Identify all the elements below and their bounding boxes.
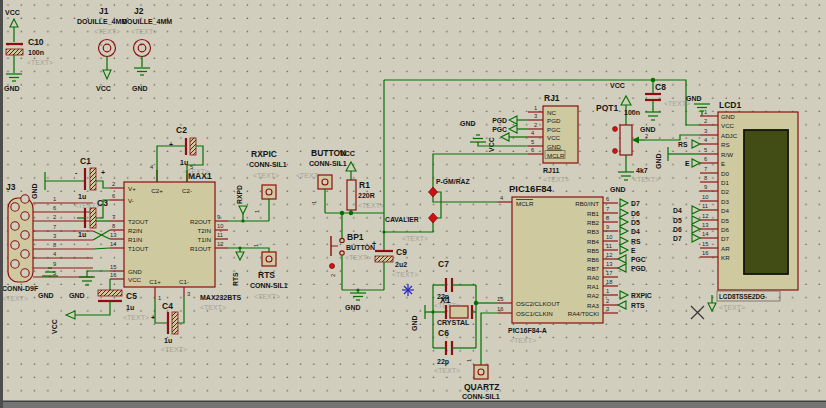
pin-name: ADJC <box>721 132 738 139</box>
pin-number: 7 <box>112 214 115 220</box>
pin-name: D0 <box>721 170 729 177</box>
pin-name: R/W <box>721 151 733 158</box>
pin-number: 2 <box>112 181 115 187</box>
j3-pin-number: 9 <box>53 261 56 267</box>
pic-part: PIC16F84-A <box>508 327 547 334</box>
c4-text-placeholder: <TEXT> <box>161 346 187 353</box>
schematic-svg: VCC C10 100n <TEXT> GND J1 DOUILLE_4MM <… <box>0 0 826 408</box>
net-label: PGD <box>631 265 646 272</box>
bp1-state-marker[interactable] <box>330 264 335 269</box>
pin-name: R2IN <box>128 227 142 234</box>
pin-number: 5 <box>704 147 707 153</box>
pin-name-mclr: MCLR <box>516 200 534 207</box>
pot1-ref: POT1 <box>596 103 618 113</box>
pin-name: C1+ <box>149 278 161 285</box>
j3-pin-number: 1 <box>53 196 56 202</box>
pin-name: C1- <box>179 278 189 285</box>
pot1-decrease-marker[interactable] <box>613 149 618 154</box>
button-pin-number: 1 <box>311 201 317 204</box>
pin-name: VCC <box>128 276 142 283</box>
lcd-d5-label: D5 <box>673 217 682 224</box>
net-label: RTS <box>631 302 645 309</box>
c5-vcc-vertical-label: VCC <box>51 319 58 334</box>
rj1-pgd-label: PGD <box>492 117 507 124</box>
pin-name: RA4/T0CKI <box>568 310 600 317</box>
pin-number: 10 <box>702 194 708 200</box>
j1-text-placeholder: <TEXT> <box>94 28 120 35</box>
lcd-text-placeholder: <TEXT> <box>719 304 745 311</box>
pin-number: 8 <box>704 175 707 181</box>
pin-number: 1 <box>158 295 161 301</box>
net-label: D4 <box>631 228 640 235</box>
pot1-increase-marker[interactable] <box>613 127 618 132</box>
j3-pin-number: 3 <box>53 233 56 239</box>
j3-ref: J3 <box>6 182 16 192</box>
pin-number: 18 <box>606 279 612 285</box>
pin-number: 11 <box>217 232 223 238</box>
pin-number: 15 <box>702 241 708 247</box>
x1-body[interactable] <box>450 306 468 318</box>
j2-gnd-label: GND <box>132 85 148 92</box>
max1-gnd-label: GND <box>69 292 85 299</box>
pin-name: RB3 <box>587 228 600 235</box>
pic-ref: PIC16F84 <box>509 183 552 194</box>
pin-name: RA0 <box>587 274 600 281</box>
pin-number: 3 <box>534 113 537 119</box>
rts-pin-number: 1 <box>253 244 259 247</box>
pin-number: 17 <box>606 270 612 276</box>
c10-gnd-label: GND <box>4 85 20 92</box>
pin-name: R1IN <box>128 236 142 243</box>
pin-number: 12 <box>702 213 708 219</box>
schematic-canvas[interactable]: VCC C10 100n <TEXT> GND J1 DOUILLE_4MM <… <box>0 0 826 408</box>
r1-text-placeholder: <TEXT> <box>358 202 384 209</box>
bp1-ref: BP1 <box>347 232 364 242</box>
quartz-ref: QUARTZ <box>464 382 499 392</box>
pot1-text-placeholder: <TEXT> <box>633 176 659 183</box>
button-part: CONN-SIL1 <box>309 160 347 167</box>
rj1-text-placeholder: <TEXT> <box>543 176 569 183</box>
pin-number: 7 <box>704 166 707 172</box>
pin-name: RA1 <box>587 283 600 290</box>
x1-part: CRYSTAL <box>437 319 470 326</box>
c2-value: 1u <box>180 159 188 166</box>
j2-ref: J2 <box>134 6 144 16</box>
c2-plus: + <box>169 141 173 148</box>
pin-name: R1OUT <box>190 245 211 252</box>
pin-name: D7 <box>721 235 729 242</box>
rts-ref: RTS <box>258 270 275 280</box>
pin-name: D5 <box>721 217 729 224</box>
bp1-part: BUTTON <box>346 244 375 251</box>
pin-number: 9 <box>704 184 707 190</box>
rxpic-text-placeholder: <TEXT> <box>253 172 279 179</box>
rts-text-placeholder: <TEXT> <box>254 293 280 300</box>
pin-name: RB2 <box>587 219 600 226</box>
rj1-gnd-label: GND <box>460 120 476 127</box>
pin-name: OSC1/CLKIN <box>516 310 553 317</box>
pin-number: 16 <box>497 306 503 312</box>
j1-vcc-label: VCC <box>96 85 111 92</box>
pin-name: T1IN <box>198 236 211 243</box>
pin-name: D4 <box>721 207 729 214</box>
j3-body[interactable] <box>8 198 33 282</box>
pin-number: 8 <box>112 223 115 229</box>
pin-number: 15 <box>110 264 116 270</box>
c10-text-placeholder: <TEXT> <box>27 59 53 66</box>
pin-number: 9 <box>217 214 220 220</box>
lcd-part: LCD8TSSE2DG <box>719 293 765 300</box>
bp1-gnd-label: GND <box>345 304 361 311</box>
pin-number: 12 <box>606 252 612 258</box>
pin-name: C2- <box>182 187 192 194</box>
pin-name: GND <box>721 113 735 120</box>
pin-name: OSC2/CLKOUT <box>516 300 560 307</box>
c2-text-placeholder: <TEXT> <box>183 168 209 175</box>
c8-gnd-label: GND <box>640 126 656 133</box>
pin-number: 7 <box>606 206 609 212</box>
c10-vcc-label: VCC <box>5 9 20 16</box>
net-label: RS <box>631 238 641 245</box>
c6-text-placeholder: <TEXT> <box>434 367 460 374</box>
pin-name: V- <box>128 197 134 204</box>
net-label: D7 <box>631 200 640 207</box>
rj1-vcc-vertical-label: VCC <box>488 137 495 152</box>
c10-ref: C10 <box>28 37 44 47</box>
pin-name: RB5 <box>587 247 600 254</box>
